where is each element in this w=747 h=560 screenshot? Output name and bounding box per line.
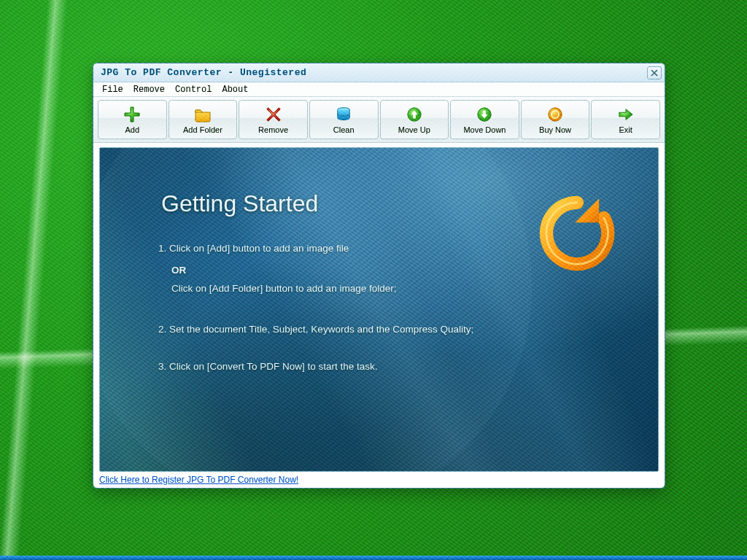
folder-icon — [193, 105, 212, 124]
step-1a: 1. Click on [Add] button to add an image… — [158, 241, 508, 256]
close-button[interactable] — [647, 66, 662, 79]
arrow-down-icon — [475, 105, 494, 124]
move-up-button[interactable]: Move Up — [380, 100, 449, 139]
step-or: OR — [171, 263, 508, 278]
titlebar[interactable]: JPG To PDF Converter - Unegistered — [93, 63, 665, 82]
toolbar-label: Move Down — [463, 125, 506, 134]
database-icon — [334, 105, 353, 124]
getting-started-panel: Getting Started 1. Click on [Add] button… — [99, 147, 659, 472]
toolbar-label: Exit — [619, 125, 632, 134]
buy-now-button[interactable]: Buy Now — [521, 100, 590, 139]
toolbar-label: Clean — [333, 125, 355, 134]
toolbar-label: Buy Now — [539, 125, 571, 134]
menu-file[interactable]: File — [98, 84, 128, 96]
toolbar-label: Add — [125, 125, 140, 134]
toolbar: Add Add Folder — [93, 97, 665, 143]
step-2: 2. Set the document Title, Subject, Keyw… — [158, 322, 508, 337]
menu-about[interactable]: About — [217, 84, 252, 96]
remove-button[interactable]: Remove — [239, 100, 308, 139]
step-1b: Click on [Add Folder] button to add an i… — [171, 281, 508, 296]
add-folder-button[interactable]: Add Folder — [169, 100, 238, 139]
content-wrap: Getting Started 1. Click on [Add] button… — [93, 143, 665, 488]
step-3: 3. Click on [Convert To PDF Now] to star… — [158, 359, 508, 374]
toolbar-label: Add Folder — [183, 125, 222, 134]
add-button[interactable]: Add — [98, 100, 167, 139]
exit-button[interactable]: Exit — [591, 100, 660, 139]
menubar: File Remove Control About — [93, 82, 665, 97]
plus-icon — [123, 105, 142, 124]
svg-point-3 — [549, 108, 562, 121]
page-title: Getting Started — [161, 190, 318, 217]
instruction-steps: 1. Click on [Add] button to add an image… — [158, 241, 508, 381]
x-red-icon — [264, 105, 283, 124]
desktop-background: JPG To PDF Converter - Unegistered File … — [0, 0, 747, 560]
coin-icon — [546, 105, 565, 124]
arrow-up-icon — [405, 105, 424, 124]
close-icon — [651, 69, 658, 77]
clean-button[interactable]: Clean — [309, 100, 379, 139]
refresh-icon — [537, 193, 617, 273]
app-window: JPG To PDF Converter - Unegistered File … — [93, 63, 665, 489]
menu-remove[interactable]: Remove — [129, 84, 169, 96]
arrow-right-icon — [616, 105, 635, 124]
menu-control[interactable]: Control — [171, 84, 216, 96]
toolbar-label: Remove — [258, 125, 288, 134]
toolbar-label: Move Up — [398, 125, 430, 134]
register-link-row: Click Here to Register JPG To PDF Conver… — [99, 475, 659, 485]
register-link[interactable]: Click Here to Register JPG To PDF Conver… — [99, 475, 298, 485]
taskbar[interactable] — [0, 556, 747, 560]
move-down-button[interactable]: Move Down — [450, 100, 519, 139]
window-title: JPG To PDF Converter - Unegistered — [101, 67, 647, 78]
